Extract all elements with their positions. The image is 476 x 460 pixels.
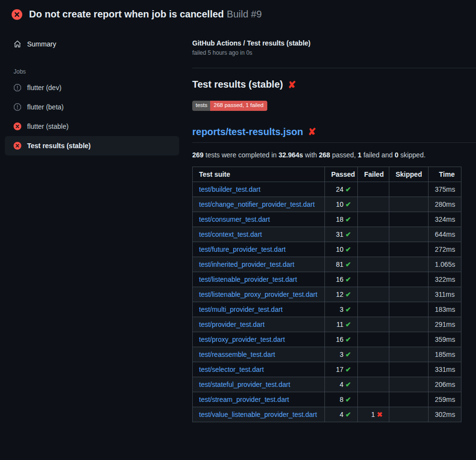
failed-cell <box>358 197 389 212</box>
time-cell: 291ms <box>429 317 461 332</box>
table-row: test/listenable_proxy_provider_test.dart… <box>193 287 461 302</box>
suite-link[interactable]: test/future_provider_test.dart <box>199 245 286 253</box>
cancelled-octagon-icon <box>14 84 21 92</box>
check-icon: ✔ <box>345 381 351 388</box>
time-cell: 375ms <box>429 182 461 197</box>
table-row: test/change_notifier_provider_test.dart1… <box>193 197 461 212</box>
skipped-cell <box>389 272 429 287</box>
skipped-cell <box>389 407 429 422</box>
suite-link[interactable]: test/multi_provider_test.dart <box>199 306 283 313</box>
suite-link[interactable]: test/change_notifier_provider_test.dart <box>199 200 315 208</box>
badge-label: tests <box>192 101 210 111</box>
check-icon: ✔ <box>345 230 351 238</box>
suite-cell: test/stream_provider_test.dart <box>193 392 325 407</box>
time-cell: 644ms <box>429 227 461 242</box>
passed-cell: 3✔ <box>325 302 358 317</box>
suite-link[interactable]: test/listenable_provider_test.dart <box>199 276 297 283</box>
failed-cell <box>358 362 389 377</box>
table-row: test/reassemble_test.dart3✔185ms <box>193 347 461 362</box>
passed-cell-count: 31 <box>336 230 344 238</box>
table-row: test/consumer_test.dart18✔324ms <box>193 212 461 227</box>
check-icon: ✔ <box>345 396 351 403</box>
time-cell: 183ms <box>429 302 461 317</box>
check-icon: ✔ <box>345 336 351 343</box>
run-meta-text: failed 5 hours ago in 0s <box>192 49 476 56</box>
test-results-table: Test suitePassedFailedSkippedTime test/b… <box>192 167 461 422</box>
time-cell: 272ms <box>429 242 461 257</box>
skipped-cell <box>389 212 429 227</box>
passed-cell-count: 18 <box>336 215 344 223</box>
time-cell: 206ms <box>429 377 461 392</box>
time-cell: 185ms <box>429 347 461 362</box>
suite-link[interactable]: test/context_test.dart <box>199 230 262 238</box>
skipped-cell <box>389 287 429 302</box>
sidebar-item-flutter-stable[interactable]: flutter (stable) <box>5 117 179 136</box>
suite-link[interactable]: test/reassemble_test.dart <box>199 351 275 358</box>
failed-cell <box>358 242 389 257</box>
suite-link[interactable]: test/proxy_provider_test.dart <box>199 336 285 343</box>
skipped-cell <box>389 347 429 362</box>
suite-cell: test/listenable_provider_test.dart <box>193 272 325 287</box>
check-run-header: Do not create report when job is cancell… <box>0 0 476 27</box>
failed-cell <box>358 272 389 287</box>
table-row: test/selector_test.dart17✔331ms <box>193 362 461 377</box>
failed-cell <box>358 377 389 392</box>
cross-mark-icon: ✘ <box>288 80 296 90</box>
sidebar-item-summary[interactable]: Summary <box>9 37 179 51</box>
table-row: test/listenable_provider_test.dart16✔322… <box>193 272 461 287</box>
passed-cell-count: 10 <box>336 245 344 253</box>
passed-cell-count: 8 <box>339 396 343 403</box>
suite-link[interactable]: test/inherited_provider_test.dart <box>199 261 294 268</box>
suite-link[interactable]: test/stream_provider_test.dart <box>199 396 289 403</box>
table-row: test/future_provider_test.dart10✔272ms <box>193 242 461 257</box>
badge-value: 268 passed, 1 failed <box>210 101 267 111</box>
time-cell: 322ms <box>429 272 461 287</box>
failed-cell <box>358 347 389 362</box>
passed-cell-count: 3 <box>339 351 343 358</box>
suite-link[interactable]: test/provider_test.dart <box>199 321 264 328</box>
section-heading: Test results (stable) ✘ <box>192 79 476 90</box>
skipped-cell <box>389 182 429 197</box>
passed-cell: 18✔ <box>325 212 358 227</box>
table-row: test/builder_test.dart24✔375ms <box>193 182 461 197</box>
time-cell: 1.065s <box>429 257 461 272</box>
suite-link[interactable]: test/consumer_test.dart <box>199 215 270 223</box>
check-icon: ✔ <box>345 245 351 253</box>
passed-cell: 8✔ <box>325 392 358 407</box>
passed-cell-count: 24 <box>336 185 344 193</box>
time-cell: 324ms <box>429 212 461 227</box>
suite-link[interactable]: test/value_listenable_provider_test.dart <box>199 411 317 418</box>
sidebar-item-flutter-beta[interactable]: flutter (beta) <box>5 97 179 117</box>
suite-link[interactable]: test/listenable_proxy_provider_test.dart <box>199 291 317 298</box>
report-file-link[interactable]: reports/test-results.json <box>192 126 303 138</box>
check-icon: ✔ <box>345 185 351 193</box>
sidebar-item-test-results-stable[interactable]: Test results (stable) <box>5 136 179 155</box>
sidebar-item-flutter-dev[interactable]: flutter (dev) <box>5 78 179 97</box>
failed-cell <box>358 212 389 227</box>
table-row: test/value_listenable_provider_test.dart… <box>193 407 461 422</box>
suite-link[interactable]: test/builder_test.dart <box>199 185 261 193</box>
table-row: test/provider_test.dart11✔291ms <box>193 317 461 332</box>
suite-cell: test/selector_test.dart <box>193 362 325 377</box>
passed-cell-count: 17 <box>336 366 344 373</box>
time-cell: 311ms <box>429 287 461 302</box>
suite-cell: test/future_provider_test.dart <box>193 242 325 257</box>
suite-link[interactable]: test/stateful_provider_test.dart <box>199 381 290 388</box>
suite-link[interactable]: test/selector_test.dart <box>199 366 264 373</box>
failed-cell <box>358 182 389 197</box>
divider <box>192 68 476 68</box>
check-icon: ✔ <box>345 306 351 313</box>
section-title: Test results (stable) <box>192 79 283 90</box>
passed-cell-count: 4 <box>339 411 343 418</box>
suite-cell: test/multi_provider_test.dart <box>193 302 325 317</box>
job-label: flutter (stable) <box>27 123 69 130</box>
x-circle-icon <box>12 9 22 20</box>
passed-cell-count: 81 <box>336 261 344 268</box>
x-circle-icon <box>14 142 21 150</box>
cross-icon: ✖ <box>377 411 383 418</box>
passed-cell: 31✔ <box>325 227 358 242</box>
check-run-title: Do not create report when job is cancell… <box>29 9 224 19</box>
suite-cell: test/listenable_proxy_provider_test.dart <box>193 287 325 302</box>
check-icon: ✔ <box>345 366 351 373</box>
column-header-time: Time <box>429 167 461 182</box>
